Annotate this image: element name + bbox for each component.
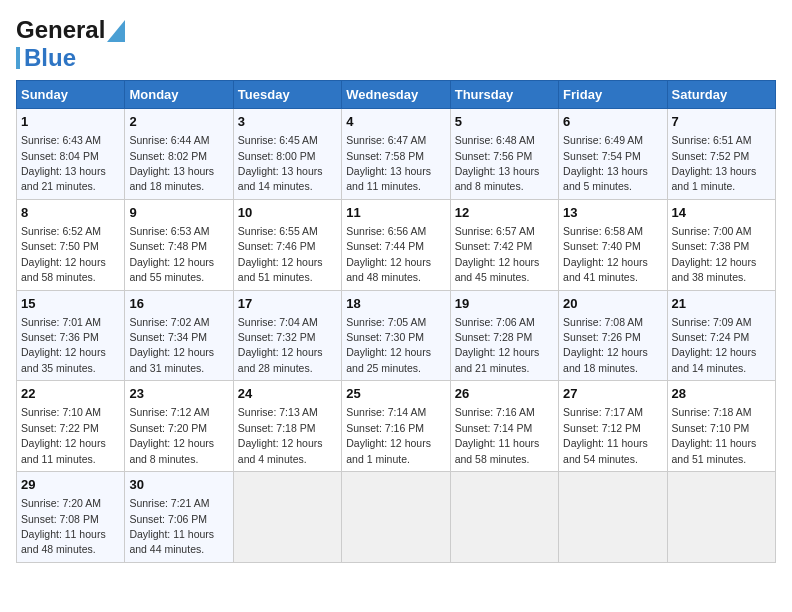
calendar-cell	[559, 472, 667, 563]
calendar-cell: 12 Sunrise: 6:57 AMSunset: 7:42 PMDaylig…	[450, 199, 558, 290]
logo-arrow-icon	[107, 20, 125, 42]
calendar-cell: 28 Sunrise: 7:18 AMSunset: 7:10 PMDaylig…	[667, 381, 775, 472]
day-number: 5	[455, 113, 554, 131]
calendar-week-3: 15 Sunrise: 7:01 AMSunset: 7:36 PMDaylig…	[17, 290, 776, 381]
day-info: Sunrise: 7:10 AMSunset: 7:22 PMDaylight:…	[21, 406, 106, 464]
day-header-wednesday: Wednesday	[342, 81, 450, 109]
day-info: Sunrise: 6:55 AMSunset: 7:46 PMDaylight:…	[238, 225, 323, 283]
day-info: Sunrise: 6:43 AMSunset: 8:04 PMDaylight:…	[21, 134, 106, 192]
day-info: Sunrise: 7:16 AMSunset: 7:14 PMDaylight:…	[455, 406, 540, 464]
calendar-cell: 25 Sunrise: 7:14 AMSunset: 7:16 PMDaylig…	[342, 381, 450, 472]
day-info: Sunrise: 7:08 AMSunset: 7:26 PMDaylight:…	[563, 316, 648, 374]
day-info: Sunrise: 6:44 AMSunset: 8:02 PMDaylight:…	[129, 134, 214, 192]
calendar-cell: 27 Sunrise: 7:17 AMSunset: 7:12 PMDaylig…	[559, 381, 667, 472]
calendar-cell: 13 Sunrise: 6:58 AMSunset: 7:40 PMDaylig…	[559, 199, 667, 290]
calendar-cell: 20 Sunrise: 7:08 AMSunset: 7:26 PMDaylig…	[559, 290, 667, 381]
day-info: Sunrise: 7:01 AMSunset: 7:36 PMDaylight:…	[21, 316, 106, 374]
day-header-sunday: Sunday	[17, 81, 125, 109]
day-info: Sunrise: 7:06 AMSunset: 7:28 PMDaylight:…	[455, 316, 540, 374]
day-number: 9	[129, 204, 228, 222]
calendar-cell: 29 Sunrise: 7:20 AMSunset: 7:08 PMDaylig…	[17, 472, 125, 563]
day-info: Sunrise: 7:20 AMSunset: 7:08 PMDaylight:…	[21, 497, 106, 555]
calendar-week-4: 22 Sunrise: 7:10 AMSunset: 7:22 PMDaylig…	[17, 381, 776, 472]
calendar-cell: 10 Sunrise: 6:55 AMSunset: 7:46 PMDaylig…	[233, 199, 341, 290]
day-header-saturday: Saturday	[667, 81, 775, 109]
day-number: 30	[129, 476, 228, 494]
day-number: 27	[563, 385, 662, 403]
day-info: Sunrise: 7:17 AMSunset: 7:12 PMDaylight:…	[563, 406, 648, 464]
day-number: 13	[563, 204, 662, 222]
calendar-cell: 14 Sunrise: 7:00 AMSunset: 7:38 PMDaylig…	[667, 199, 775, 290]
day-info: Sunrise: 6:57 AMSunset: 7:42 PMDaylight:…	[455, 225, 540, 283]
day-info: Sunrise: 7:02 AMSunset: 7:34 PMDaylight:…	[129, 316, 214, 374]
calendar-cell: 17 Sunrise: 7:04 AMSunset: 7:32 PMDaylig…	[233, 290, 341, 381]
day-number: 12	[455, 204, 554, 222]
calendar-cell	[233, 472, 341, 563]
day-number: 14	[672, 204, 771, 222]
day-info: Sunrise: 7:05 AMSunset: 7:30 PMDaylight:…	[346, 316, 431, 374]
day-info: Sunrise: 7:21 AMSunset: 7:06 PMDaylight:…	[129, 497, 214, 555]
day-info: Sunrise: 6:48 AMSunset: 7:56 PMDaylight:…	[455, 134, 540, 192]
calendar-cell: 21 Sunrise: 7:09 AMSunset: 7:24 PMDaylig…	[667, 290, 775, 381]
day-info: Sunrise: 7:14 AMSunset: 7:16 PMDaylight:…	[346, 406, 431, 464]
calendar-cell: 9 Sunrise: 6:53 AMSunset: 7:48 PMDayligh…	[125, 199, 233, 290]
day-header-friday: Friday	[559, 81, 667, 109]
day-number: 20	[563, 295, 662, 313]
day-info: Sunrise: 7:04 AMSunset: 7:32 PMDaylight:…	[238, 316, 323, 374]
day-number: 6	[563, 113, 662, 131]
day-number: 17	[238, 295, 337, 313]
calendar-cell: 26 Sunrise: 7:16 AMSunset: 7:14 PMDaylig…	[450, 381, 558, 472]
day-number: 22	[21, 385, 120, 403]
calendar-cell: 24 Sunrise: 7:13 AMSunset: 7:18 PMDaylig…	[233, 381, 341, 472]
calendar-cell: 22 Sunrise: 7:10 AMSunset: 7:22 PMDaylig…	[17, 381, 125, 472]
calendar-week-5: 29 Sunrise: 7:20 AMSunset: 7:08 PMDaylig…	[17, 472, 776, 563]
svg-marker-0	[107, 20, 125, 42]
day-number: 29	[21, 476, 120, 494]
day-info: Sunrise: 7:00 AMSunset: 7:38 PMDaylight:…	[672, 225, 757, 283]
calendar-cell: 4 Sunrise: 6:47 AMSunset: 7:58 PMDayligh…	[342, 109, 450, 200]
day-info: Sunrise: 7:18 AMSunset: 7:10 PMDaylight:…	[672, 406, 757, 464]
day-number: 1	[21, 113, 120, 131]
calendar-cell	[667, 472, 775, 563]
calendar-header-row: SundayMondayTuesdayWednesdayThursdayFrid…	[17, 81, 776, 109]
calendar-cell: 5 Sunrise: 6:48 AMSunset: 7:56 PMDayligh…	[450, 109, 558, 200]
day-info: Sunrise: 7:12 AMSunset: 7:20 PMDaylight:…	[129, 406, 214, 464]
logo-bar	[16, 47, 20, 69]
day-number: 15	[21, 295, 120, 313]
logo-general: General	[16, 16, 105, 44]
calendar-week-2: 8 Sunrise: 6:52 AMSunset: 7:50 PMDayligh…	[17, 199, 776, 290]
calendar-cell	[342, 472, 450, 563]
day-number: 3	[238, 113, 337, 131]
day-info: Sunrise: 6:58 AMSunset: 7:40 PMDaylight:…	[563, 225, 648, 283]
day-number: 18	[346, 295, 445, 313]
day-header-monday: Monday	[125, 81, 233, 109]
day-number: 28	[672, 385, 771, 403]
calendar-cell: 16 Sunrise: 7:02 AMSunset: 7:34 PMDaylig…	[125, 290, 233, 381]
calendar-cell: 6 Sunrise: 6:49 AMSunset: 7:54 PMDayligh…	[559, 109, 667, 200]
day-info: Sunrise: 6:56 AMSunset: 7:44 PMDaylight:…	[346, 225, 431, 283]
calendar-cell: 2 Sunrise: 6:44 AMSunset: 8:02 PMDayligh…	[125, 109, 233, 200]
calendar-cell: 18 Sunrise: 7:05 AMSunset: 7:30 PMDaylig…	[342, 290, 450, 381]
day-number: 16	[129, 295, 228, 313]
day-number: 7	[672, 113, 771, 131]
day-info: Sunrise: 6:47 AMSunset: 7:58 PMDaylight:…	[346, 134, 431, 192]
day-header-thursday: Thursday	[450, 81, 558, 109]
day-info: Sunrise: 6:51 AMSunset: 7:52 PMDaylight:…	[672, 134, 757, 192]
calendar-cell	[450, 472, 558, 563]
calendar-week-1: 1 Sunrise: 6:43 AMSunset: 8:04 PMDayligh…	[17, 109, 776, 200]
logo: General Blue	[16, 16, 125, 72]
day-number: 2	[129, 113, 228, 131]
day-number: 19	[455, 295, 554, 313]
day-number: 21	[672, 295, 771, 313]
logo-blue: Blue	[24, 44, 76, 72]
day-number: 23	[129, 385, 228, 403]
day-number: 24	[238, 385, 337, 403]
day-number: 11	[346, 204, 445, 222]
calendar-cell: 7 Sunrise: 6:51 AMSunset: 7:52 PMDayligh…	[667, 109, 775, 200]
calendar-cell: 19 Sunrise: 7:06 AMSunset: 7:28 PMDaylig…	[450, 290, 558, 381]
day-info: Sunrise: 6:49 AMSunset: 7:54 PMDaylight:…	[563, 134, 648, 192]
day-info: Sunrise: 7:09 AMSunset: 7:24 PMDaylight:…	[672, 316, 757, 374]
day-info: Sunrise: 6:45 AMSunset: 8:00 PMDaylight:…	[238, 134, 323, 192]
page-header: General Blue	[16, 16, 776, 72]
day-number: 25	[346, 385, 445, 403]
